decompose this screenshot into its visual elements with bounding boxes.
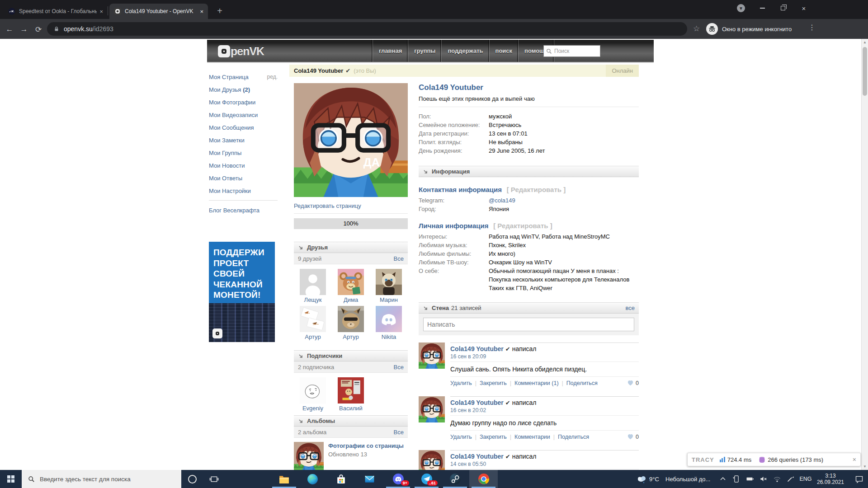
sidebar-item-my-groups[interactable]: Мои Группы	[209, 146, 278, 159]
friend-item[interactable]: Nikita	[370, 306, 408, 340]
friends-all-link[interactable]: Все	[394, 255, 404, 262]
post-author-avatar[interactable]	[419, 343, 445, 369]
post-author-link[interactable]: Cola149 Youtuber	[450, 345, 504, 352]
post-date-link[interactable]: 14 сен в 05:50	[450, 461, 639, 467]
wall-compose-input[interactable]	[423, 318, 634, 331]
friend-avatar-mouse[interactable]	[338, 269, 364, 295]
taskbar-app-edge[interactable]	[298, 470, 327, 488]
post-like-button[interactable]: 0	[627, 433, 639, 440]
post-share-link[interactable]: Поделиться	[558, 434, 589, 440]
friend-avatar-discord[interactable]	[376, 306, 402, 332]
post-author-avatar[interactable]	[419, 396, 445, 422]
subscribers-all-link[interactable]: Все	[394, 364, 404, 371]
openvk-logo[interactable]: penVK	[218, 45, 264, 58]
friend-avatar-drawing[interactable]	[300, 306, 326, 332]
sidebar-item-blog[interactable]: Блог Веселкрафта	[209, 204, 278, 216]
ad-banner[interactable]: ПОДДЕРЖИ ПРОЕКТ СВОЕЙ ЧЕКАННОЙ МОНЕТОЙ!	[209, 242, 275, 342]
pen-button[interactable]	[784, 470, 797, 488]
sidebar-item-my-friends[interactable]: Мои Друзья(2)	[209, 83, 278, 96]
new-tab-button[interactable]: +	[213, 5, 226, 17]
back-button[interactable]: ←	[4, 23, 15, 35]
friend-item[interactable]: Артур	[332, 306, 370, 340]
sidebar-item-my-notes[interactable]: Мои Заметки	[209, 134, 278, 146]
subscriber-item[interactable]: Василий	[332, 377, 370, 412]
taskbar-app-steam[interactable]	[441, 470, 469, 488]
cortana-button[interactable]	[181, 470, 203, 488]
albums-all-link[interactable]: Все	[394, 429, 404, 436]
sidebar-item-my-videos[interactable]: Мои Видеозаписи	[209, 108, 278, 121]
sidebar-item-my-photos[interactable]: Мои Фотографии	[209, 96, 278, 108]
search-input[interactable]	[554, 48, 598, 54]
profile-avatar[interactable]	[294, 83, 408, 197]
tabstrip-profile-chip[interactable]: ▼	[736, 3, 746, 14]
task-view-button[interactable]	[203, 470, 225, 488]
sidebar-item-my-messages[interactable]: Мои Сообщения	[209, 121, 278, 134]
sidebar-item-my-settings[interactable]: Мои Настройки	[209, 184, 278, 197]
friend-item[interactable]: Марин	[370, 269, 408, 303]
sidebar-item-my-page[interactable]: Моя Страницаред.	[209, 70, 278, 83]
taskbar-app-store[interactable]	[327, 470, 355, 488]
sidebar-item-my-news[interactable]: Мои Новости	[209, 159, 278, 172]
weather-temp[interactable]: 9°C	[649, 476, 665, 483]
post-author-link[interactable]: Cola149 Youtuber	[450, 399, 504, 406]
scrollbar-thumb[interactable]	[863, 47, 867, 96]
album-thumbnail[interactable]	[294, 442, 324, 470]
post-comments-link[interactable]: Комментарии	[514, 434, 550, 440]
page-scrollbar[interactable]: ▲ ▼	[861, 39, 868, 470]
personal-edit-link[interactable]: [ Редактировать ]	[493, 222, 552, 230]
subscriber-avatar-doodle[interactable]	[300, 377, 326, 404]
nav-search[interactable]: поиск	[489, 40, 519, 62]
your-phone-button[interactable]	[730, 470, 743, 488]
profile-status[interactable]: Поешь ещё этих пряников да и выпей чаю	[419, 95, 639, 102]
post-date-link[interactable]: 16 сен в 20:02	[450, 407, 639, 413]
post-delete-link[interactable]: Удалить	[450, 380, 472, 386]
taskbar-search[interactable]: Введите здесь текст для поиска	[22, 470, 181, 488]
scroll-down-arrow[interactable]: ▼	[862, 463, 868, 470]
taskbar-app-telegram[interactable]: ..61	[412, 470, 441, 488]
address-bar[interactable]: openvk.su/id2693	[47, 22, 687, 36]
tab-openvk-active[interactable]: Cola149 Youtuber - OpenVK ×	[109, 4, 208, 19]
telegram-link[interactable]: @cola149	[489, 196, 515, 205]
friend-item[interactable]: Артур	[294, 306, 332, 340]
window-minimize-button[interactable]	[753, 3, 771, 14]
battery-button[interactable]	[743, 470, 757, 488]
tab-close-icon[interactable]: ×	[99, 8, 103, 15]
nav-donate[interactable]: поддержать	[441, 40, 489, 62]
friend-item[interactable]: Лещук	[294, 269, 332, 303]
start-button[interactable]	[0, 470, 22, 488]
post-pin-link[interactable]: Закрепить	[480, 434, 507, 440]
window-restore-button[interactable]	[774, 3, 792, 14]
post-share-link[interactable]: Поделиться	[566, 380, 598, 386]
post-comments-link[interactable]: Комментарии (1)	[514, 380, 558, 386]
volume-button[interactable]	[757, 470, 770, 488]
post-pin-link[interactable]: Закрепить	[480, 380, 507, 386]
sidebar-item-my-answers[interactable]: Мои Ответы	[209, 172, 278, 184]
album-title-link[interactable]: Фотографии со страницы	[328, 442, 404, 450]
taskbar-clock[interactable]: 3:13 26.09.2021	[814, 473, 847, 485]
forward-button[interactable]: →	[18, 23, 30, 35]
friend-avatar-floppa[interactable]	[338, 306, 364, 332]
language-indicator[interactable]: ENG	[797, 476, 814, 482]
reload-button[interactable]: ⟳	[33, 23, 44, 35]
post-date-link[interactable]: 16 сен в 20:09	[450, 353, 639, 360]
subscriber-avatar-poster[interactable]	[338, 377, 364, 404]
post-author-link[interactable]: Cola149 Youtuber	[450, 453, 504, 460]
tracy-time[interactable]: 724.4 ms	[727, 456, 751, 463]
post-delete-link[interactable]: Удалить	[450, 434, 472, 440]
album-item[interactable]: Фотографии со страницы Обновлено 13	[294, 442, 408, 470]
tracy-close-button[interactable]: ×	[853, 456, 856, 463]
friend-avatar-silhouette[interactable]	[300, 269, 326, 295]
browser-menu-button[interactable]: ⋮	[808, 23, 816, 32]
tray-expand-button[interactable]	[716, 470, 730, 488]
contact-edit-link[interactable]: [ Редактировать ]	[507, 186, 566, 193]
network-button[interactable]	[770, 470, 784, 488]
weather-text[interactable]: Небольшой до...	[665, 476, 716, 483]
openvk-searchbox[interactable]	[543, 45, 600, 57]
wall-all-link[interactable]: все	[626, 305, 635, 311]
tab-speedtest[interactable]: Speedtest от Ookla - Глобальны ×	[4, 4, 108, 19]
edit-page-link[interactable]: Редактировать страницу	[294, 202, 408, 214]
taskbar-app-mail[interactable]	[355, 470, 384, 488]
bookmark-star-icon[interactable]: ☆	[693, 24, 700, 33]
weather-button[interactable]	[635, 470, 649, 488]
post-author-avatar[interactable]	[419, 450, 445, 470]
